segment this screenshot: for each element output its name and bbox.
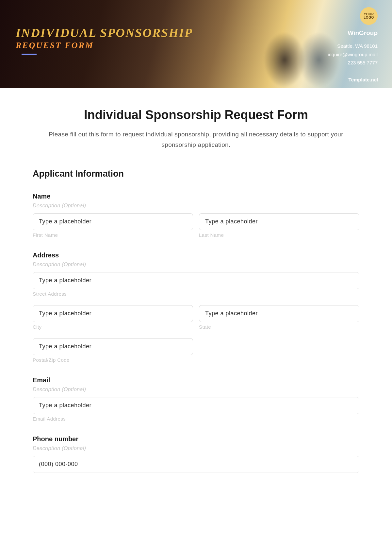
label-address: Address — [33, 252, 359, 259]
desc-phone: Description (Optional) — [33, 445, 359, 451]
input-email[interactable] — [33, 397, 359, 414]
label-phone: Phone number — [33, 435, 359, 443]
logo-text-bottom: LOGO — [364, 16, 374, 19]
hero-heading-block: INDIVIDUAL SPONSORSHIP REQUEST FORM — [16, 26, 193, 55]
company-address: Seattle, WA 98101 — [328, 42, 378, 50]
sublabel-street: Street Address — [33, 291, 359, 297]
sublabel-email: Email Address — [33, 416, 359, 422]
company-email: inquire@wingroup.mail — [328, 50, 378, 59]
hero-banner: INDIVIDUAL SPONSORSHIP REQUEST FORM YOUR… — [0, 0, 392, 88]
field-group-email: Email Description (Optional) Email Addre… — [33, 376, 359, 422]
field-group-address: Address Description (Optional) Street Ad… — [33, 252, 359, 363]
logo-badge: YOUR LOGO — [360, 7, 378, 25]
form-title: Individual Sponsorship Request Form — [33, 108, 359, 122]
desc-name: Description (Optional) — [33, 203, 359, 209]
desc-email: Description (Optional) — [33, 387, 359, 392]
section-applicant-info: Applicant Information — [33, 169, 359, 179]
sublabel-city: City — [33, 324, 193, 330]
hero-company-block: YOUR LOGO WinGroup Seattle, WA 98101 inq… — [328, 7, 378, 67]
input-state[interactable] — [199, 305, 359, 322]
input-city[interactable] — [33, 305, 193, 322]
sublabel-postal: Postal/Zip Code — [33, 357, 193, 363]
company-phone: 223 555 7777 — [328, 59, 378, 67]
field-group-phone: Phone number Description (Optional) — [33, 435, 359, 473]
input-postal[interactable] — [33, 338, 193, 355]
hero-subtitle: REQUEST FORM — [16, 41, 193, 50]
hero-title: INDIVIDUAL SPONSORSHIP — [16, 26, 193, 40]
sublabel-first-name: First Name — [33, 232, 193, 238]
sublabel-last-name: Last Name — [199, 232, 359, 238]
field-group-name: Name Description (Optional) First Name L… — [33, 193, 359, 238]
desc-address: Description (Optional) — [33, 262, 359, 268]
input-street[interactable] — [33, 272, 359, 289]
input-last-name[interactable] — [199, 213, 359, 230]
sublabel-state: State — [199, 324, 359, 330]
input-phone[interactable] — [33, 456, 359, 473]
label-email: Email — [33, 376, 359, 384]
company-name: WinGroup — [328, 29, 378, 37]
form-content: Individual Sponsorship Request Form Plea… — [0, 88, 392, 473]
watermark: Template.net — [349, 77, 378, 82]
label-name: Name — [33, 193, 359, 200]
hero-underline — [22, 54, 37, 55]
input-first-name[interactable] — [33, 213, 193, 230]
form-description: Please fill out this form to request ind… — [37, 129, 355, 150]
